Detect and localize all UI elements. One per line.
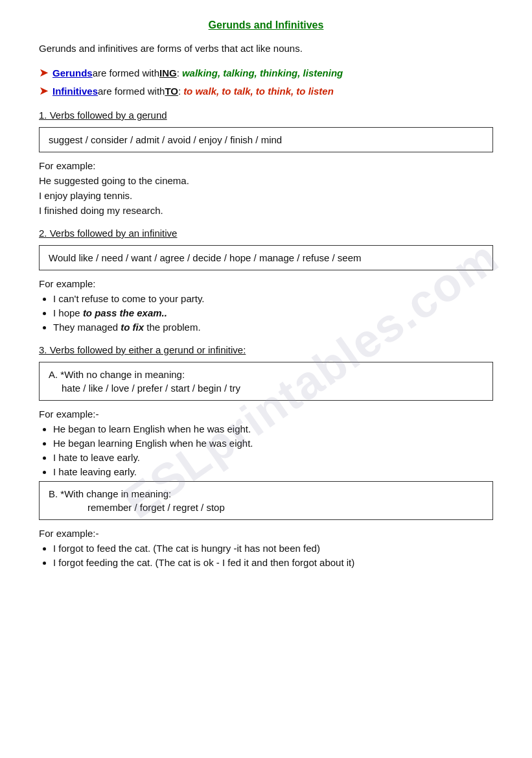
section2-italic-1: to pass the exam.. — [83, 307, 167, 318]
section1-sentence-3: I finished doing my research. — [39, 205, 493, 216]
section3-bulletA-2: He began learning English when he was ei… — [53, 438, 493, 449]
section2-bullet-3: They managed to fix the problem. — [53, 322, 493, 333]
gerund-label: Gerunds — [52, 67, 93, 78]
intro-text: Gerunds and infinitives are forms of ver… — [39, 43, 493, 54]
section1-forexample: For example: — [39, 160, 493, 171]
section3-bulletB-2: I forgot feeding the cat. (The cat is ok… — [53, 557, 493, 568]
section3-subB-label: B. *With change in meaning: — [49, 488, 483, 499]
section3-subA-verbs: hate / like / love / prefer / start / be… — [49, 383, 483, 394]
section3-forexampleB: For example:- — [39, 528, 493, 539]
section3-subA-label: A. *With no change in meaning: — [49, 369, 483, 380]
infinitive-definition-line: ➤ Infinitives are formed with TO : to wa… — [39, 84, 493, 98]
infinitive-examples: to walk, to talk, to think, to listen — [183, 86, 334, 97]
section3-subB-box: B. *With change in meaning: remember / f… — [39, 481, 493, 520]
section3-bulletsA-list: He began to learn English when he was ei… — [53, 423, 493, 477]
gerund-arrow-icon: ➤ — [39, 65, 49, 80]
gerund-colon: : — [177, 67, 179, 78]
section1-heading: 1. Verbs followed by a gerund — [39, 110, 493, 121]
section1-sentence-2: I enjoy playing tennis. — [39, 190, 493, 201]
section3-subB-verbs: remember / forget / regret / stop — [49, 502, 483, 513]
ing-label: ING — [159, 67, 177, 78]
section1-sentence-1: He suggested going to the cinema. — [39, 175, 493, 186]
gerund-definition-line: ➤ Gerunds are formed with ING : walking,… — [39, 65, 493, 80]
section2-bullet-1: I can't refuse to come to your party. — [53, 293, 493, 304]
infinitive-label: Infinitives — [52, 86, 98, 97]
section2-verbbox: Would like / need / want / agree / decid… — [39, 245, 493, 270]
infinitive-middle-text: are formed with — [98, 86, 165, 97]
page-title: Gerunds and Infinitives — [39, 19, 493, 31]
section1-verbbox: suggest / consider / admit / avoid / enj… — [39, 127, 493, 152]
infinitive-arrow-icon: ➤ — [39, 84, 49, 98]
infinitive-colon: : — [178, 86, 181, 97]
section2-forexample: For example: — [39, 278, 493, 289]
section3-forexampleA: For example:- — [39, 409, 493, 420]
section2-bullet-2: I hope to pass the exam.. — [53, 307, 493, 318]
section3-bulletB-1: I forgot to feed the cat. (The cat is hu… — [53, 543, 493, 554]
section2-examples-list: I can't refuse to come to your party. I … — [53, 293, 493, 333]
section3-heading: 3. Verbs followed by either a gerund or … — [39, 344, 493, 355]
section3-bulletsB-list: I forgot to feed the cat. (The cat is hu… — [53, 543, 493, 568]
section3-bulletA-3: I hate to leave early. — [53, 452, 493, 463]
gerund-examples: walking, talking, thinking, listening — [182, 67, 343, 78]
section3-bulletA-4: I hate leaving early. — [53, 466, 493, 477]
gerund-middle-text: are formed with — [93, 67, 159, 78]
section2-italic-2: to fix — [121, 322, 144, 333]
section3-bulletA-1: He began to learn English when he was ei… — [53, 423, 493, 434]
section2-heading: 2. Verbs followed by an infinitive — [39, 228, 493, 239]
to-label: TO — [165, 86, 178, 97]
section3-subA-box: A. *With no change in meaning: hate / li… — [39, 362, 493, 401]
